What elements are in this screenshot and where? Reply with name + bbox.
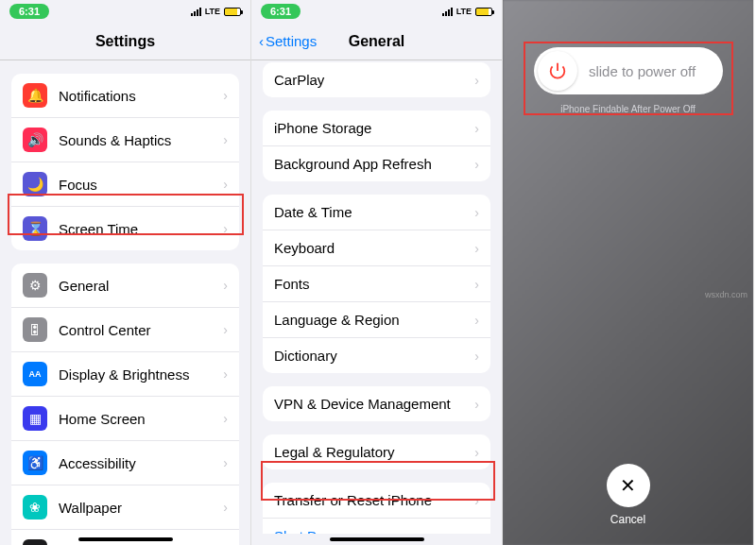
chevron-right-icon: › — [474, 397, 479, 412]
row-legal-regulatory[interactable]: Legal & Regulatory› — [263, 434, 490, 469]
chevron-right-icon: › — [223, 221, 228, 236]
cancel-label: Cancel — [607, 513, 650, 526]
row-focus[interactable]: 🌙Focus› — [11, 162, 239, 207]
findable-text[interactable]: iPhone Findable After Power Off — [534, 104, 723, 114]
settings-panel: 6:31 LTE Settings 🔔Notifications›🔊Sounds… — [0, 0, 251, 545]
header: Settings — [0, 23, 250, 60]
chevron-right-icon: › — [223, 366, 228, 382]
chevron-right-icon: › — [474, 73, 479, 88]
row-wallpaper[interactable]: ❀Wallpaper› — [11, 485, 239, 530]
status-bar: 6:31 LTE — [0, 0, 250, 23]
flower-icon: ❀ — [23, 495, 47, 519]
bell-icon: 🔔 — [23, 83, 47, 108]
row-iphone-storage[interactable]: iPhone Storage› — [263, 111, 490, 146]
status-icons: LTE — [442, 7, 492, 16]
row-background-app-refresh[interactable]: Background App Refresh› — [263, 146, 490, 181]
back-label: Settings — [266, 33, 317, 49]
chevron-right-icon: › — [474, 121, 479, 136]
home-indicator[interactable] — [78, 537, 173, 541]
row-label: General — [59, 278, 223, 294]
row-label: Dictionary — [274, 348, 474, 364]
row-label: iPhone Storage — [274, 120, 474, 136]
row-label: Display & Brightness — [59, 366, 223, 383]
grid-icon: ▦ — [23, 406, 47, 431]
row-label: Home Screen — [59, 411, 223, 427]
row-label: Wallpaper — [59, 500, 223, 516]
person-icon: ♿ — [23, 451, 47, 475]
row-home-screen[interactable]: ▦Home Screen› — [11, 397, 239, 441]
row-label: CarPlay — [274, 72, 474, 88]
chevron-right-icon: › — [223, 322, 228, 337]
row-sounds-haptics[interactable]: 🔊Sounds & Haptics› — [11, 118, 239, 162]
speaker-icon: 🔊 — [23, 128, 47, 152]
moon-icon: 🌙 — [23, 172, 47, 196]
row-label: Date & Time — [274, 204, 474, 220]
row-display-brightness[interactable]: AADisplay & Brightness› — [11, 352, 239, 397]
chevron-right-icon: › — [474, 349, 479, 364]
row-label: Legal & Regulatory — [274, 444, 474, 460]
row-label: Notifications — [59, 88, 223, 104]
chevron-right-icon: › — [474, 205, 479, 220]
slide-label: slide to power off — [577, 63, 719, 79]
row-label: Focus — [59, 177, 223, 193]
home-indicator[interactable] — [330, 537, 424, 541]
chevron-right-icon: › — [223, 132, 228, 147]
row-keyboard[interactable]: Keyboard› — [263, 230, 490, 266]
row-general[interactable]: ⚙General› — [11, 264, 239, 308]
row-notifications[interactable]: 🔔Notifications› — [11, 74, 239, 118]
chevron-right-icon: › — [223, 455, 228, 470]
chevron-left-icon: ‹ — [259, 33, 264, 49]
row-carplay[interactable]: CarPlay› — [263, 62, 490, 97]
row-transfer-or-reset-iphone[interactable]: Transfer or Reset iPhone› — [263, 483, 490, 519]
row-language-region[interactable]: Language & Region› — [263, 302, 490, 338]
close-icon: ✕ — [620, 474, 636, 497]
header: ‹ Settings General — [251, 23, 502, 60]
row-label: Background App Refresh — [274, 156, 474, 172]
chevron-right-icon: › — [474, 157, 479, 172]
chevron-right-icon: › — [474, 493, 479, 508]
general-list[interactable]: CarPlay›iPhone Storage›Background App Re… — [251, 49, 502, 534]
gear-icon: ⚙ — [23, 273, 47, 298]
siri-icon: ◉ — [23, 539, 47, 545]
chevron-right-icon: › — [223, 411, 228, 426]
row-dictionary[interactable]: Dictionary› — [263, 338, 490, 373]
row-label: VPN & Device Management — [274, 396, 474, 412]
row-shut-down[interactable]: Shut Down — [263, 519, 490, 534]
row-vpn-device-management[interactable]: VPN & Device Management› — [263, 386, 490, 421]
row-accessibility[interactable]: ♿Accessibility› — [11, 441, 239, 485]
row-label: Sounds & Haptics — [59, 132, 223, 148]
row-fonts[interactable]: Fonts› — [263, 266, 490, 302]
row-control-center[interactable]: 🎛Control Center› — [11, 308, 239, 352]
row-label: Keyboard — [274, 240, 474, 256]
chevron-right-icon: › — [223, 500, 228, 515]
row-label: Fonts — [274, 276, 474, 292]
general-panel: 6:31 LTE ‹ Settings General CarPlay›iPho… — [251, 0, 503, 545]
chevron-right-icon: › — [474, 313, 479, 328]
row-label: Shut Down — [274, 528, 479, 534]
power-icon[interactable] — [538, 51, 577, 91]
back-button[interactable]: ‹ Settings — [259, 33, 317, 49]
row-label: Transfer or Reset iPhone — [274, 492, 474, 508]
chevron-right-icon: › — [474, 241, 479, 256]
chevron-right-icon: › — [223, 177, 228, 192]
power-off-slider[interactable]: slide to power off — [534, 47, 723, 94]
row-screen-time[interactable]: ⌛Screen Time› — [11, 207, 239, 250]
row-date-time[interactable]: Date & Time› — [263, 195, 490, 230]
status-bar: 6:31 LTE — [251, 0, 502, 23]
status-time: 6:31 — [9, 4, 49, 19]
row-label: Control Center — [59, 322, 223, 338]
cancel-button[interactable]: ✕ — [607, 464, 650, 507]
hourglass-icon: ⌛ — [23, 216, 47, 241]
chevron-right-icon: › — [223, 278, 228, 293]
switches-icon: 🎛 — [23, 317, 47, 342]
settings-list[interactable]: 🔔Notifications›🔊Sounds & Haptics›🌙Focus›… — [0, 60, 250, 545]
page-title: General — [349, 33, 405, 50]
row-label: Screen Time — [59, 221, 223, 237]
power-off-panel: slide to power off iPhone Findable After… — [503, 0, 754, 545]
row-label: Accessibility — [59, 455, 223, 471]
chevron-right-icon: › — [474, 445, 479, 460]
page-title: Settings — [95, 33, 155, 50]
watermark: wsxdn.com — [705, 290, 747, 299]
chevron-right-icon: › — [474, 277, 479, 292]
status-time: 6:31 — [261, 4, 301, 19]
